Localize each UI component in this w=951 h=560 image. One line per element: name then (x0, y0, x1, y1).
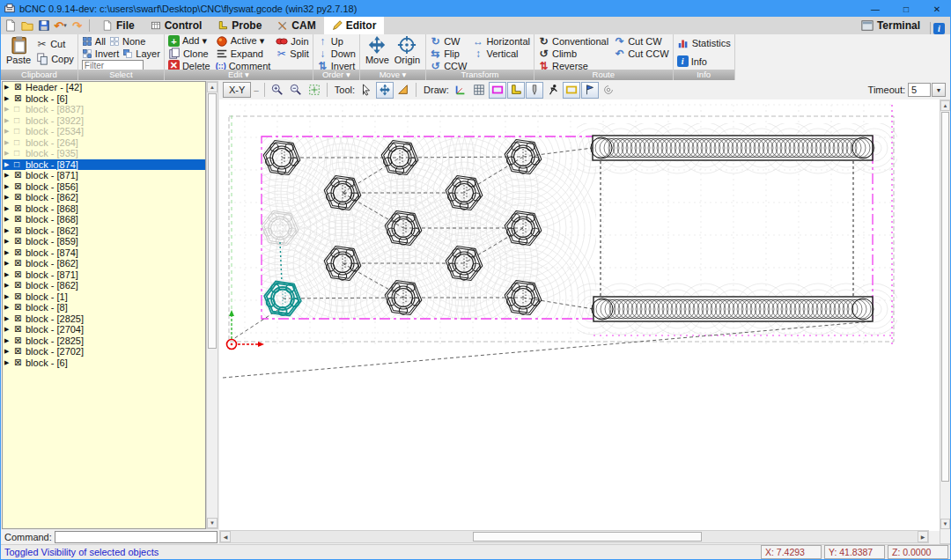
timeout-dropdown-arrow[interactable]: ▼ (932, 83, 946, 97)
mirror-vertical-button[interactable]: ↕Vertical (472, 48, 530, 59)
visibility-checkbox-icon[interactable]: ⊠ (14, 170, 23, 181)
ruler-tool-button[interactable] (394, 82, 412, 99)
visibility-checkbox-icon[interactable]: ⊠ (14, 291, 23, 303)
join-button[interactable]: Join (276, 35, 308, 47)
draw-grid-toggle[interactable] (470, 82, 488, 99)
draw-margin-toggle[interactable] (489, 82, 506, 99)
tree-row[interactable]: ▶⊠Header - [42] (3, 82, 205, 93)
tree-row[interactable]: ▶⊠block - [2825] (3, 313, 205, 325)
zoom-fit-button[interactable] (306, 82, 323, 99)
close-button[interactable]: ✕ (924, 1, 950, 17)
expand-arrow-icon[interactable]: ▶ (4, 269, 11, 281)
active-button[interactable]: Active ▾ (216, 35, 271, 47)
scroll-thumb[interactable] (473, 532, 702, 542)
tree-row[interactable]: ▶⊠block - [871] (3, 269, 205, 281)
expand-arrow-icon[interactable]: ▶ (4, 93, 11, 105)
draw-paths-toggle[interactable] (581, 82, 599, 99)
visibility-checkbox-icon[interactable]: ⊠ (14, 203, 23, 215)
tree-row[interactable]: ▶⊠block - [2825] (3, 335, 205, 347)
tree-row[interactable]: ▶□block - [2534] (3, 126, 205, 137)
expand-arrow-icon[interactable]: ▶ (4, 313, 11, 325)
visibility-checkbox-icon[interactable]: ⊠ (14, 214, 23, 225)
visibility-checkbox-icon[interactable]: □ (14, 148, 23, 159)
rotate-cw-button[interactable]: ↻CW (430, 35, 467, 47)
expand-arrow-icon[interactable]: ▶ (4, 104, 11, 115)
expand-arrow-icon[interactable]: ▶ (4, 357, 11, 369)
cut-button[interactable]: ✂Cut (36, 38, 74, 49)
info-button[interactable]: iInfo (677, 55, 731, 67)
tree-row[interactable]: ▶⊠block - [859] (3, 236, 205, 247)
undo-button[interactable]: ↶▾ (53, 18, 68, 33)
expand-arrow-icon[interactable]: ▶ (4, 181, 11, 193)
scroll-right-arrow[interactable]: ▶ (918, 531, 928, 542)
open-file-button[interactable] (19, 18, 34, 33)
expand-arrow-icon[interactable]: ▶ (4, 214, 11, 225)
tree-row[interactable]: ▶⊠block - [6] (3, 357, 205, 369)
visibility-checkbox-icon[interactable]: ⊠ (14, 302, 23, 313)
expand-arrow-icon[interactable]: ▶ (4, 258, 11, 269)
draw-axes-toggle[interactable] (452, 82, 469, 99)
select-invert-button[interactable]: Invert (82, 48, 120, 59)
mirror-horizontal-button[interactable]: ↔Horizontal (472, 35, 530, 47)
draw-probe-toggle[interactable] (507, 82, 525, 99)
flip-button[interactable]: ⇆Flip (430, 48, 467, 59)
visibility-checkbox-icon[interactable]: ⊠ (14, 225, 23, 237)
add-button[interactable]: +Add ▾ (168, 35, 210, 47)
paste-button[interactable]: Paste (4, 35, 33, 65)
visibility-checkbox-icon[interactable]: ⊠ (14, 357, 23, 369)
tab-editor[interactable]: Editor (324, 17, 385, 34)
tree-row[interactable]: ▶□block - [8837] (3, 104, 205, 115)
timeout-value[interactable]: 5 (908, 83, 931, 97)
tree-row[interactable]: ▶⊠block - [2704] (3, 324, 205, 335)
visibility-checkbox-icon[interactable]: □ (14, 115, 23, 127)
order-down-button[interactable]: ↓Down (317, 48, 356, 59)
sidebar-scrollbar[interactable]: ▲ ▼ (206, 81, 218, 529)
draw-workarea-toggle[interactable] (563, 82, 580, 99)
draw-endmill-toggle[interactable] (526, 82, 543, 99)
scroll-up-arrow[interactable]: ▲ (940, 100, 950, 111)
scroll-down-arrow[interactable]: ▼ (207, 518, 217, 528)
visibility-checkbox-icon[interactable]: □ (14, 126, 23, 137)
select-tool-button[interactable] (358, 82, 375, 99)
expand-arrow-icon[interactable]: ▶ (4, 247, 11, 259)
visibility-checkbox-icon[interactable]: □ (14, 137, 23, 149)
visibility-checkbox-icon[interactable]: ⊠ (14, 324, 23, 335)
save-file-button[interactable] (36, 18, 51, 33)
expand-arrow-icon[interactable]: ▶ (4, 203, 11, 215)
tree-row[interactable]: ▶⊠block - [868] (3, 203, 205, 215)
tree-row[interactable]: ▶□block - [874] (3, 159, 205, 171)
scroll-thumb[interactable] (208, 93, 217, 349)
help-info-icon[interactable]: i (933, 23, 945, 34)
expand-button[interactable]: Expand (216, 48, 271, 59)
command-input[interactable] (55, 531, 217, 543)
origin-button[interactable]: Origin (393, 35, 422, 65)
route-conventional-button[interactable]: ↻Conventional (538, 35, 608, 47)
zoom-out-button[interactable] (287, 82, 305, 99)
draw-rapid-toggle[interactable] (544, 82, 562, 99)
visibility-checkbox-icon[interactable]: ⊠ (14, 181, 23, 193)
select-all-button[interactable]: All (82, 35, 106, 47)
pan-tool-button[interactable] (376, 82, 394, 99)
terminal-button[interactable]: Terminal (854, 17, 927, 34)
visibility-checkbox-icon[interactable]: ⊠ (14, 192, 23, 203)
route-climb-button[interactable]: ↺Climb (538, 48, 608, 59)
new-file-button[interactable] (3, 18, 18, 33)
move-button[interactable]: Move (364, 35, 391, 65)
cut-cw-button[interactable]: ↷Cut CW (614, 35, 668, 47)
visibility-checkbox-icon[interactable]: □ (14, 104, 23, 115)
tree-row[interactable]: ▶⊠block - [6] (3, 93, 205, 105)
expand-arrow-icon[interactable]: ▶ (4, 225, 11, 237)
visibility-checkbox-icon[interactable]: ⊠ (14, 335, 23, 347)
tree-row[interactable]: ▶⊠block - [8] (3, 302, 205, 313)
visibility-checkbox-icon[interactable]: ⊠ (14, 236, 23, 247)
maximize-button[interactable]: □ (893, 1, 919, 17)
visibility-checkbox-icon[interactable]: ⊠ (14, 247, 23, 259)
expand-arrow-icon[interactable]: ▶ (4, 346, 11, 357)
visibility-checkbox-icon[interactable]: □ (14, 159, 23, 171)
expand-arrow-icon[interactable]: ▶ (4, 335, 11, 347)
visibility-checkbox-icon[interactable]: ⊠ (14, 258, 23, 269)
scroll-up-arrow[interactable]: ▲ (207, 82, 217, 92)
tree-row[interactable]: ▶⊠block - [2702] (3, 346, 205, 357)
expand-arrow-icon[interactable]: ▶ (4, 115, 11, 127)
tab-cam[interactable]: CAM (269, 17, 323, 34)
